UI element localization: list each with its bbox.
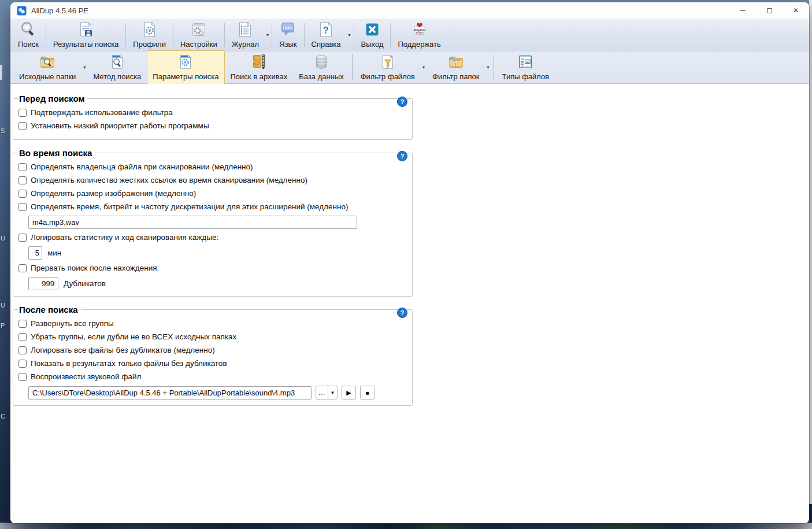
source-folders-icon [39, 53, 56, 71]
desktop-icon-label-fragment: S [1, 127, 5, 134]
checkbox-label: Показать в результатах только файлы без … [31, 359, 227, 368]
checkbox-row-log-statistics[interactable]: Логировать статистику и ход сканирования… [18, 233, 406, 242]
checkbox-row-expand-groups[interactable]: Развернуть все группы [18, 319, 406, 328]
checkbox-row-file-owner[interactable]: Определять владельца файла при сканирова… [18, 162, 406, 171]
toolbar-separator [354, 23, 354, 47]
browse-split-button[interactable]: ... ▼ [316, 386, 338, 399]
archive-search-button[interactable]: Поиск в архивах [225, 50, 294, 84]
toolbar-label: Фильтр файлов [361, 72, 415, 81]
checkbox-row-image-size[interactable]: Определять размер изображения (медленно) [18, 189, 406, 198]
profiles-button[interactable]: Профили [127, 18, 172, 52]
search-method-button[interactable]: Метод поиска [87, 50, 147, 84]
toolbar-label: Результаты поиска [53, 40, 118, 49]
profiles-icon [141, 21, 158, 38]
toolbar-separator [304, 23, 305, 47]
search-options-button[interactable]: Параметры поиска [147, 50, 224, 84]
checkbox-row-stop-after[interactable]: Прервать поиск после нахождения: [18, 264, 406, 272]
checkbox-label: Определять количество жестких ссылок во … [31, 176, 307, 184]
sound-file-path-input[interactable] [28, 386, 312, 399]
checkbox[interactable] [18, 264, 27, 272]
source-folders-dropdown-arrow-icon[interactable]: ▾ [81, 65, 87, 70]
duplicates-limit-input[interactable] [28, 277, 58, 290]
checkbox[interactable] [18, 346, 27, 354]
close-icon: ✕ [793, 6, 799, 14]
stop-sound-button[interactable]: ■ [360, 386, 375, 399]
toolbar-separator [390, 23, 391, 47]
help-badge-icon[interactable]: ? [397, 151, 407, 161]
help-badge-icon[interactable]: ? [397, 97, 407, 107]
checkbox-row-low-priority[interactable]: Установить низкий приоритет работы прогр… [18, 121, 406, 130]
desktop-icon-label-fragment: U [1, 235, 5, 242]
group-before-search: Перед поиском ? Подтверждать использован… [13, 94, 413, 140]
toolbar-separator [272, 23, 272, 47]
checkbox[interactable] [18, 176, 27, 184]
minimize-icon [740, 10, 746, 11]
checkbox-row-show-only-without-duplicates[interactable]: Показать в результатах только файлы без … [18, 359, 406, 368]
paypal-heart-icon: PayPal [411, 21, 428, 38]
checkbox[interactable] [18, 203, 27, 211]
group-title: После поиска [18, 305, 81, 315]
checkbox[interactable] [18, 320, 27, 328]
group-title: Во время поиска [18, 148, 95, 158]
database-button[interactable]: База данных [293, 50, 349, 84]
search-options-icon [177, 53, 194, 71]
help-dropdown-arrow-icon[interactable]: ▾ [347, 32, 353, 38]
checkbox[interactable] [18, 373, 27, 381]
file-filter-dropdown-arrow-icon[interactable]: ▾ [421, 65, 427, 70]
checkbox-row-audio-metadata[interactable]: Определять время, битрейт и частоту диск… [18, 202, 406, 211]
folder-filter-button[interactable]: Фильтр папок [427, 50, 485, 84]
help-button[interactable]: ? Справка [306, 18, 347, 52]
journal-dropdown-arrow-icon[interactable]: ▾ [265, 32, 270, 38]
toolbar-separator [224, 23, 225, 47]
extensions-input[interactable] [28, 216, 357, 229]
source-folders-button[interactable]: Исходные папки [13, 50, 81, 84]
journal-button[interactable]: Журнал [226, 18, 265, 52]
checkbox[interactable] [18, 163, 27, 171]
search-button[interactable]: Поиск [12, 18, 45, 52]
toolbar-separator [494, 54, 494, 80]
exit-button[interactable]: Выход [355, 18, 390, 52]
minimize-button[interactable] [729, 2, 756, 19]
checkbox[interactable] [18, 360, 27, 368]
toolbar-label: Журнал [232, 40, 259, 49]
maximize-button[interactable] [756, 2, 783, 19]
browse-button[interactable]: ... [316, 386, 328, 399]
stop-icon: ■ [365, 390, 369, 396]
toolbar-separator [173, 23, 173, 47]
checkbox-label: Воспроизвести звуковой файл [31, 372, 141, 381]
titlebar[interactable]: AllDup 4.5.46 PE ✕ [10, 2, 809, 19]
secondary-toolbar: Исходные папки ▾ Метод поис [10, 51, 809, 84]
group-title: Перед поиском [18, 94, 87, 103]
checkbox-label: Логировать статистику и ход сканирования… [31, 233, 218, 242]
file-types-icon [517, 53, 534, 71]
toolbar-label: Профили [133, 40, 166, 49]
checkbox[interactable] [18, 234, 27, 242]
checkbox[interactable] [18, 333, 27, 341]
checkbox[interactable] [18, 190, 27, 198]
play-sound-button[interactable]: ▶ [342, 386, 356, 399]
checkbox[interactable] [18, 109, 27, 117]
search-results-button[interactable]: Результаты поиска [47, 18, 124, 52]
help-badge-icon[interactable]: ? [397, 308, 407, 318]
browse-dropdown-icon[interactable]: ▼ [328, 386, 337, 399]
checkbox-row-remove-groups[interactable]: Убрать группы, если дубли не во ВСЕХ исх… [18, 332, 406, 341]
search-method-icon [109, 53, 126, 71]
checkbox-row-confirm-filter[interactable]: Подтверждать использование фильтра [18, 108, 406, 117]
toolbar-separator [46, 23, 46, 47]
toolbar-label: Метод поиска [93, 72, 141, 81]
close-button[interactable]: ✕ [783, 2, 809, 19]
checkbox-row-log-without-duplicates[interactable]: Логировать все файлы без дубликатов (мед… [18, 346, 406, 354]
file-filter-button[interactable]: Фильтр файлов [355, 50, 421, 84]
checkbox-row-hardlinks[interactable]: Определять количество жестких ссылок во … [18, 176, 406, 184]
checkbox[interactable] [18, 122, 27, 130]
log-interval-input[interactable] [28, 246, 42, 260]
language-button[interactable]: Hello Язык [273, 18, 302, 52]
settings-icon [190, 21, 207, 38]
checkbox-row-play-sound[interactable]: Воспроизвести звуковой файл [18, 372, 406, 381]
desktop-background: S U U P C AllDup 4.5.46 PE ✕ [0, 0, 812, 529]
donate-button[interactable]: PayPal Поддержать [392, 18, 446, 52]
settings-button[interactable]: Настройки [175, 18, 223, 52]
toolbar-label: Поиск [18, 40, 39, 49]
folder-filter-dropdown-arrow-icon[interactable]: ▾ [485, 65, 491, 70]
file-types-button[interactable]: Типы файлов [496, 50, 555, 84]
